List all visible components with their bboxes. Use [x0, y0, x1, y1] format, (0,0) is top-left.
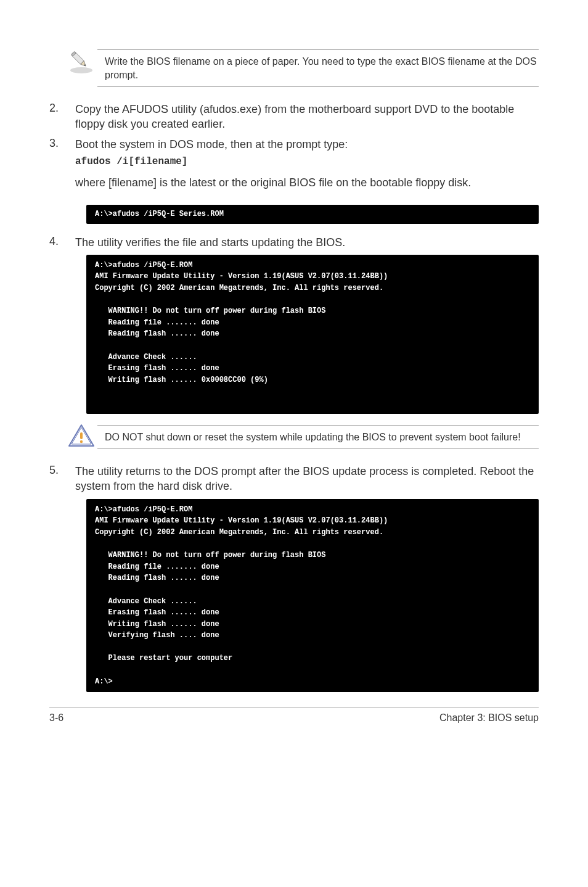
chapter-title: Chapter 3: BIOS setup [439, 712, 539, 724]
svg-point-8 [80, 440, 83, 442]
step-4: 4. The utility verifies the file and sta… [49, 235, 539, 250]
warning-text: DO NOT shut down or reset the system whi… [97, 425, 539, 450]
step-body: The utility verifies the file and starts… [75, 235, 539, 250]
command-text: afudos /i[filename] [75, 155, 539, 169]
step-number: 4. [49, 235, 75, 250]
step-number: 3. [49, 137, 75, 200]
note-text: Write the BIOS filename on a piece of pa… [97, 49, 539, 87]
step-text: Boot the system in DOS mode, then at the… [75, 138, 348, 151]
step-5: 5. The utility returns to the DOS prompt… [49, 464, 539, 494]
page-number: 3-6 [49, 712, 63, 724]
step-number: 5. [49, 464, 75, 494]
warning-block: DO NOT shut down or reset the system whi… [68, 425, 539, 450]
step-3: 3. Boot the system in DOS mode, then at … [49, 137, 539, 200]
page-footer: 3-6 Chapter 3: BIOS setup [49, 707, 539, 724]
svg-point-0 [70, 67, 92, 73]
warning-icon [68, 424, 97, 448]
step-paragraph: where [filename] is the latest or the or… [75, 175, 539, 190]
step-number: 2. [49, 102, 75, 132]
pencil-icon [68, 48, 97, 75]
terminal-output-1: A:\>afudos /iP5Q-E Series.ROM [86, 205, 539, 224]
step-body: Boot the system in DOS mode, then at the… [75, 137, 539, 200]
note-block: Write the BIOS filename on a piece of pa… [68, 49, 539, 87]
step-body: Copy the AFUDOS utility (afudos.exe) fro… [75, 102, 539, 132]
svg-rect-7 [80, 432, 83, 439]
step-2: 2. Copy the AFUDOS utility (afudos.exe) … [49, 102, 539, 132]
terminal-output-3: A:\>afudos /iP5Q-E.ROM AMI Firmware Upda… [86, 499, 539, 693]
terminal-output-2: A:\>afudos /iP5Q-E.ROM AMI Firmware Upda… [86, 255, 539, 414]
step-body: The utility returns to the DOS prompt af… [75, 464, 539, 494]
